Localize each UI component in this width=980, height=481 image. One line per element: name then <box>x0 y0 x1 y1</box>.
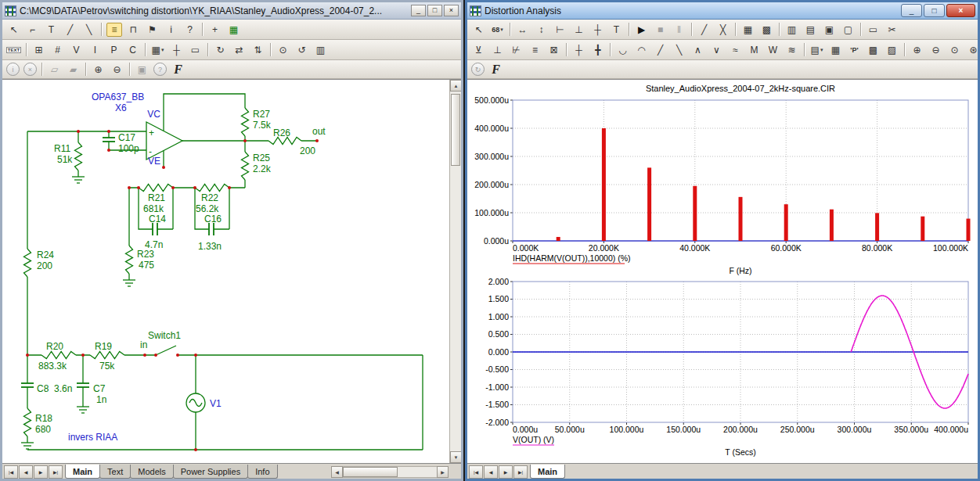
tab-scroll-first-button[interactable]: |◀ <box>4 465 18 479</box>
cursor-next-icon[interactable]: ╋ <box>589 41 607 58</box>
line-tool-icon[interactable]: ╱ <box>695 21 713 38</box>
plot-panels-icon[interactable]: ▣ <box>820 21 838 38</box>
tab-scroll-next-button[interactable]: ▶ <box>34 465 48 479</box>
digital-path-icon[interactable]: ⊓ <box>124 21 142 38</box>
current-display-icon[interactable]: I <box>86 41 104 58</box>
go-to-x-icon[interactable]: ⊻ <box>470 41 488 58</box>
waveform-buffer-icon[interactable]: ▤ <box>808 41 826 58</box>
tag-xy-icon[interactable]: ┼ <box>589 21 607 38</box>
scroll-down-button[interactable]: ▼ <box>450 451 461 463</box>
help-circle-icon[interactable]: ? <box>153 63 167 76</box>
tab-info[interactable]: Info <box>247 465 277 479</box>
wire-mode-icon[interactable]: ╱ <box>61 21 79 38</box>
scroll-up-button[interactable]: ▲ <box>450 80 461 92</box>
cut-plot-icon[interactable]: ✂ <box>883 21 901 38</box>
info-page-icon[interactable]: ▥ <box>312 41 330 58</box>
zoom-in-icon[interactable]: ⊕ <box>908 41 926 58</box>
object-list-dropdown[interactable]: 68 <box>488 21 506 38</box>
zoom-out-icon[interactable]: ⊖ <box>927 41 945 58</box>
flip-horizontal-icon[interactable]: ⇄ <box>230 41 248 58</box>
grid-display-icon[interactable]: ▦ <box>149 41 167 58</box>
scroll-track[interactable] <box>343 466 437 478</box>
vertical-tag-icon[interactable]: ↕ <box>532 21 550 38</box>
horizontal-tag-icon[interactable]: ↔ <box>513 21 531 38</box>
flag-mode-icon[interactable]: ⚑ <box>143 21 161 38</box>
high-point-icon[interactable]: ◠ <box>632 41 650 58</box>
condition-display-icon[interactable]: C <box>124 41 142 58</box>
analysis-plot-area[interactable]: Stanley_AudioXpress_2004-07_2kHz-square.… <box>467 79 978 463</box>
tab-scroll-prev-button[interactable]: ◀ <box>484 465 498 479</box>
crosshair-icon[interactable]: ┼ <box>168 41 186 58</box>
analysis-titlebar[interactable]: Distortion Analysis _ □ × <box>467 2 978 20</box>
stop-circle-icon[interactable]: × <box>23 63 37 76</box>
select-mode-icon[interactable]: ↖ <box>470 21 488 38</box>
select-area-icon[interactable]: ▣ <box>133 61 151 77</box>
schematic-horizontal-scrollbar[interactable]: ◀ ▶ <box>331 466 449 478</box>
find-icon[interactable]: ⊙ <box>274 41 292 58</box>
copy-page-icon[interactable]: ▰ <box>64 61 82 77</box>
point-tag-icon[interactable]: + <box>206 21 224 38</box>
schematic-canvas[interactable]: OPA637_BBX6VCVE+-C17100pR1151kR277.5kR26… <box>2 80 449 463</box>
tab-scroll-next-button[interactable]: ▶ <box>499 465 513 479</box>
text-mode-icon[interactable]: T <box>42 21 60 38</box>
node-voltages-icon[interactable]: V <box>67 41 85 58</box>
rotate-icon[interactable]: ↻ <box>211 41 229 58</box>
function-symbol-button[interactable]: F <box>169 61 187 77</box>
info-mode-icon[interactable]: i <box>162 21 180 38</box>
analysis-plots[interactable]: Stanley_AudioXpress_2004-07_2kHz-square.… <box>467 80 978 463</box>
valley-icon[interactable]: ∨ <box>708 41 726 58</box>
flip-vertical-icon[interactable]: ⇅ <box>249 41 267 58</box>
tab-main[interactable]: Main <box>65 465 100 479</box>
schematic-canvas-area[interactable]: OPA637_BBX6VCVE+-C17100pR1151kR277.5kR26… <box>2 79 461 463</box>
probe-icon[interactable]: 'P' <box>845 41 863 58</box>
schematic-vertical-scrollbar[interactable]: ▲ ▼ <box>449 80 461 463</box>
tokens-icon[interactable]: ▩ <box>758 21 776 38</box>
plot-grid-icon[interactable]: ▤ <box>802 21 820 38</box>
tab-power-supplies[interactable]: Power Supplies <box>173 465 248 479</box>
text-display-icon[interactable]: TEXT <box>5 41 23 58</box>
xy-cursors-icon[interactable]: ⊠ <box>545 41 563 58</box>
zoom-fit-icon[interactable]: ⊛ <box>964 41 980 58</box>
global-high-icon[interactable]: M <box>745 41 763 58</box>
repeat-find-icon[interactable]: ↺ <box>293 41 311 58</box>
normalize-icon[interactable]: ▦ <box>827 41 845 58</box>
stop-button[interactable]: ■ <box>651 21 669 38</box>
global-low-icon[interactable]: W <box>764 41 782 58</box>
scroll-left-button[interactable]: ◀ <box>331 466 343 478</box>
close-button[interactable]: × <box>946 4 975 17</box>
polygon-tool-icon[interactable]: ╳ <box>714 21 732 38</box>
close-button[interactable]: × <box>444 5 459 16</box>
plot-one-icon[interactable]: ▥ <box>783 21 801 38</box>
attribute-display-icon[interactable]: ⊞ <box>30 41 48 58</box>
properties-icon[interactable]: ▭ <box>864 21 882 38</box>
zoom-in-icon[interactable]: ⊕ <box>89 61 107 77</box>
tab-scroll-prev-button[interactable]: ◀ <box>19 465 33 479</box>
text-tool-icon[interactable]: T <box>607 21 625 38</box>
tab-scroll-last-button[interactable]: ▶| <box>49 465 63 479</box>
scroll-thumb[interactable] <box>343 467 398 477</box>
step-info-icon[interactable]: i <box>6 63 20 76</box>
pause-button[interactable]: ‖ <box>670 21 688 38</box>
run-button[interactable]: ▶ <box>632 21 650 38</box>
restore-button[interactable]: □ <box>427 5 442 16</box>
data-points-icon[interactable]: ▦ <box>739 21 757 38</box>
envelope-icon[interactable]: ≋ <box>783 41 801 58</box>
go-to-branch-icon[interactable]: ⊬ <box>507 41 525 58</box>
state-circle-icon[interactable]: ↻ <box>471 63 485 76</box>
minimize-button[interactable]: _ <box>901 4 922 17</box>
inflection-icon[interactable]: ≈ <box>726 41 744 58</box>
measure-vertical-icon[interactable]: ⊥ <box>570 21 588 38</box>
tab-scroll-last-button[interactable]: ▶| <box>513 465 528 479</box>
measure-horizontal-icon[interactable]: ⊢ <box>551 21 569 38</box>
zoom-auto-icon[interactable]: ⊙ <box>946 41 964 58</box>
accumulate-icon[interactable]: ▨ <box>883 41 901 58</box>
maximize-button[interactable]: □ <box>924 4 945 17</box>
line-mode-icon[interactable]: ╲ <box>80 21 98 38</box>
tab-main[interactable]: Main <box>530 465 565 479</box>
thumbnail-icon[interactable]: ▩ <box>864 41 882 58</box>
cleanup-icon[interactable]: ≡ <box>526 41 544 58</box>
plot-pages-icon[interactable]: ▢ <box>839 21 857 38</box>
scroll-thumb[interactable] <box>451 94 460 166</box>
copy-front-icon[interactable]: ▱ <box>45 61 63 77</box>
rise-edge-icon[interactable]: ╱ <box>651 41 669 58</box>
